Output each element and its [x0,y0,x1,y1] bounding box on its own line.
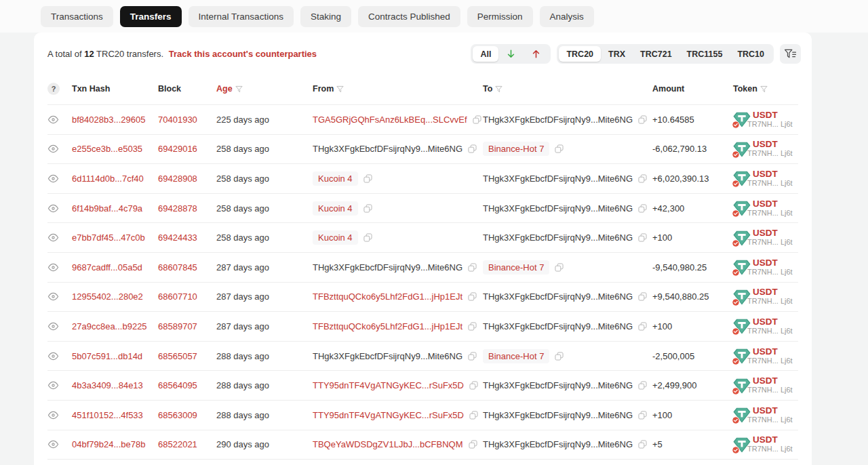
txn-hash-link[interactable]: e7bb7df45...47c0b [72,232,145,243]
header-from[interactable]: From [313,84,483,94]
copy-icon[interactable] [555,263,564,272]
txn-hash-link[interactable]: 04bf79b24...be78b [72,439,145,449]
header-to[interactable]: To [483,84,652,94]
token-type-trc721-button[interactable]: TRC721 [633,46,679,62]
tab-permission[interactable]: Permission [467,6,533,27]
token-type-trc10-button[interactable]: TRC10 [730,46,772,62]
txn-hash-link[interactable]: 12955402...280e2 [72,291,143,302]
copy-icon[interactable] [469,440,477,449]
txn-hash-link[interactable]: 451f10152...4f533 [72,410,143,420]
copy-icon[interactable] [638,204,647,213]
copy-icon[interactable] [638,440,647,449]
to-address[interactable]: THgk3XFgkEbcfDFsijrqNy9...Mite6NG [483,174,633,184]
to-address[interactable]: THgk3XFgkEbcfDFsijrqNy9...Mite6NG [483,203,633,214]
token-symbol-link[interactable]: USDT [753,287,793,296]
eye-icon[interactable] [47,439,59,450]
to-address[interactable]: THgk3XFgkEbcfDFsijrqNy9...Mite6NG [483,291,633,302]
to-address[interactable]: THgk3XFgkEbcfDFsijrqNy9...Mite6NG [483,380,633,390]
copy-icon[interactable] [638,115,647,124]
from-address[interactable]: THgk3XFgkEbcfDFsijrqNy9...Mite6NG [313,144,462,154]
tab-staking[interactable]: Staking [300,6,351,27]
from-address[interactable]: Kucoin 4 [313,171,358,186]
token-symbol-link[interactable]: USDT [753,110,793,119]
block-link[interactable]: 68522021 [158,439,197,449]
to-address[interactable]: THgk3XFgkEbcfDFsijrqNy9...Mite6NG [483,321,633,331]
from-address[interactable]: THgk3XFgkEbcfDFsijrqNy9...Mite6NG [313,351,462,361]
eye-icon[interactable] [47,232,59,243]
eye-icon[interactable] [47,321,59,332]
to-address[interactable]: THgk3XFgkEbcfDFsijrqNy9...Mite6NG [483,115,633,125]
eye-icon[interactable] [47,291,59,302]
block-link[interactable]: 70401930 [158,115,197,125]
eye-icon[interactable] [47,380,59,391]
token-symbol-link[interactable]: USDT [753,140,793,148]
txn-hash-link[interactable]: 4b3a3409...84e13 [72,380,143,390]
eye-icon[interactable] [47,173,59,184]
block-link[interactable]: 68563009 [158,410,197,420]
block-link[interactable]: 68589707 [158,321,197,331]
tab-analysis[interactable]: Analysis [540,6,594,27]
copy-icon[interactable] [638,174,647,183]
to-address[interactable]: THgk3XFgkEbcfDFsijrqNy9...Mite6NG [483,232,633,243]
block-link[interactable]: 68607845 [158,262,197,272]
from-address[interactable]: TFBzttquQCko6y5Lhf2FdG1...jHp1EJt [313,321,462,331]
from-address[interactable]: TBQeYaWDSDgZV1LJbJ...bCFBNQM [313,439,463,449]
copy-icon[interactable] [473,115,481,124]
copy-icon[interactable] [468,292,477,301]
tab-transfers[interactable]: Transfers [120,6,182,27]
from-address[interactable]: TGA5GRjGQhFsAnz6LkBEq...SLCvvEf [313,115,467,125]
token-type-trc20-button[interactable]: TRC20 [559,46,601,62]
from-address[interactable]: Kucoin 4 [313,230,358,245]
block-link[interactable]: 68607710 [158,291,197,302]
copy-icon[interactable] [638,322,647,331]
tab-internal-transactions[interactable]: Internal Transactions [189,6,294,27]
eye-icon[interactable] [47,409,59,421]
token-symbol-link[interactable]: USDT [753,435,793,444]
from-address[interactable]: TFBzttquQCko6y5Lhf2FdG1...jHp1EJt [313,291,462,302]
copy-icon[interactable] [469,411,478,420]
eye-icon[interactable] [47,203,59,214]
copy-icon[interactable] [468,144,477,153]
to-address[interactable]: Binance-Hot 7 [483,142,549,156]
copy-icon[interactable] [555,352,564,361]
txn-hash-link[interactable]: bf84028b3...29605 [72,115,145,125]
copy-icon[interactable] [468,352,477,361]
token-symbol-link[interactable]: USDT [753,258,793,267]
token-symbol-link[interactable]: USDT [753,376,793,385]
block-link[interactable]: 68565057 [158,351,197,361]
copy-icon[interactable] [363,174,372,183]
token-symbol-link[interactable]: USDT [753,169,793,178]
header-age[interactable]: Age [216,84,313,94]
to-address[interactable]: Binance-Hot 7 [483,260,549,275]
question-icon[interactable]: ? [47,83,60,95]
to-address[interactable]: Binance-Hot 7 [483,349,549,363]
from-address[interactable]: TTY95dnTF4VgATNGyKEC...rSuFx5D [313,380,464,390]
direction-all-button[interactable]: All [473,46,498,62]
from-address[interactable]: TTY95dnTF4VgATNGyKEC...rSuFx5D [313,410,464,420]
txn-hash-link[interactable]: e255ce3b...e5035 [72,144,142,154]
txn-hash-link[interactable]: 6d1114d0b...7cf40 [72,174,144,184]
txn-hash-link[interactable]: 27a9cc8ea...b9225 [72,321,147,331]
block-link[interactable]: 68564095 [158,380,197,390]
block-link[interactable]: 69428908 [158,174,197,184]
token-symbol-link[interactable]: USDT [753,347,793,356]
tab-contracts-published[interactable]: Contracts Published [358,6,460,27]
copy-icon[interactable] [638,292,647,301]
block-link[interactable]: 69429016 [158,144,197,154]
token-symbol-link[interactable]: USDT [753,317,793,326]
from-address[interactable]: THgk3XFgkEbcfDFsijrqNy9...Mite6NG [313,262,462,272]
eye-icon[interactable] [47,114,59,125]
eye-icon[interactable] [47,143,59,155]
token-symbol-link[interactable]: USDT [753,228,793,237]
to-address[interactable]: THgk3XFgkEbcfDFsijrqNy9...Mite6NG [483,439,633,449]
token-type-trc1155-button[interactable]: TRC1155 [679,46,730,62]
token-symbol-link[interactable]: USDT [753,406,793,415]
eye-icon[interactable] [47,262,59,273]
txn-hash-link[interactable]: 5b07c591...db14d [72,351,142,361]
copy-icon[interactable] [638,411,647,420]
copy-icon[interactable] [363,204,372,213]
copy-icon[interactable] [638,381,647,390]
token-symbol-link[interactable]: USDT [753,199,793,208]
header-token[interactable]: Token [733,84,798,94]
copy-icon[interactable] [468,263,477,272]
